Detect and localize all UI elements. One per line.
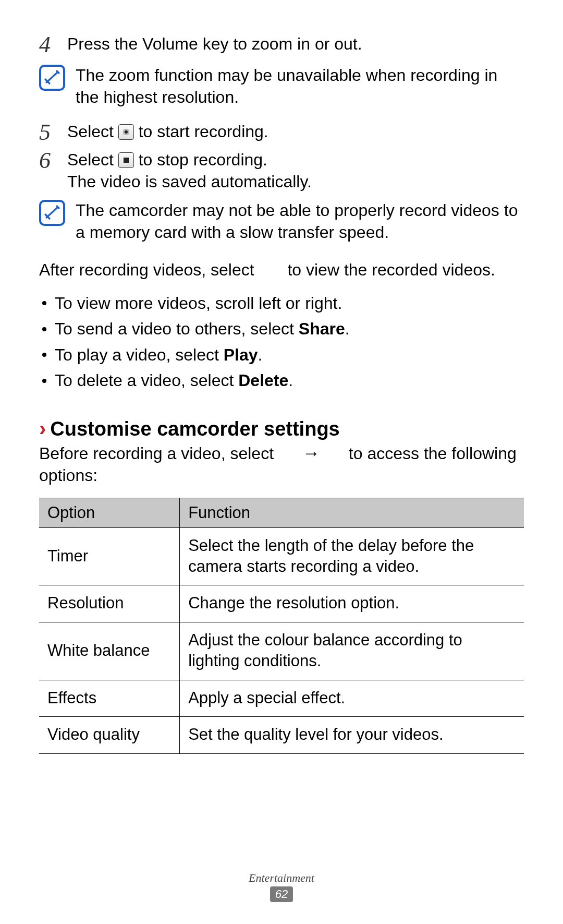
note-icon — [39, 200, 65, 226]
intro-paragraph: Before recording a video, select → to ac… — [39, 441, 524, 486]
step-number: 6 — [39, 148, 67, 173]
table-cell: Set the quality level for your videos. — [180, 717, 524, 754]
bold-label: Delete — [238, 371, 288, 390]
list-item: To view more videos, scroll left or righ… — [39, 291, 524, 317]
page-number-badge: 62 — [270, 886, 293, 902]
table-header-option: Option — [39, 498, 180, 528]
table-cell: Change the resolution option. — [180, 585, 524, 622]
table-cell: Resolution — [39, 585, 180, 622]
manual-page: 4 Press the Volume key to zoom in or out… — [0, 0, 563, 924]
text-fragment: Select — [67, 150, 118, 169]
stop-icon — [118, 152, 134, 168]
table-cell: Adjust the colour balance according to l… — [180, 622, 524, 680]
text-fragment: To delete a video, select — [55, 371, 238, 390]
after-recording-paragraph: After recording videos, select to view t… — [39, 259, 524, 281]
page-footer: Entertainment 62 — [0, 871, 563, 902]
subheading: Customise camcorder settings — [50, 418, 339, 440]
bold-label: Play — [224, 345, 258, 364]
table-cell: Select the length of the delay before th… — [180, 528, 524, 585]
record-icon — [118, 124, 134, 140]
list-item: To delete a video, select Delete. — [39, 368, 524, 394]
bullet-icon — [42, 301, 46, 305]
table-row: ResolutionChange the resolution option. — [39, 585, 524, 622]
text-fragment: to start recording. — [134, 122, 268, 141]
step-4: 4 Press the Volume key to zoom in or out… — [39, 32, 524, 57]
list-item: To play a video, select Play. — [39, 342, 524, 368]
table-header-function: Function — [180, 498, 524, 528]
text-fragment: To view more videos, scroll left or righ… — [55, 294, 342, 313]
options-table: Option Function TimerSelect the length o… — [39, 498, 524, 754]
note-text: The camcorder may not be able to properl… — [76, 200, 524, 243]
step-text: Press the Volume key to zoom in or out. — [67, 32, 524, 55]
table-row: TimerSelect the length of the delay befo… — [39, 528, 524, 585]
text-fragment: to view the recorded videos. — [283, 260, 495, 279]
subheading-row: › Customise camcorder settings — [39, 418, 524, 440]
table-row: White balanceAdjust the colour balance a… — [39, 622, 524, 680]
table-cell: Effects — [39, 680, 180, 717]
table-cell: Timer — [39, 528, 180, 585]
table-cell: Video quality — [39, 717, 180, 754]
arrow-icon: → — [298, 441, 324, 464]
note-icon — [39, 65, 65, 91]
chevron-icon: › — [39, 418, 46, 439]
text-fragment: After recording videos, select — [39, 260, 259, 279]
text-fragment: The video is saved automatically. — [67, 172, 312, 191]
bullet-icon — [42, 353, 46, 357]
text-fragment: . — [288, 371, 293, 390]
note-slow-card: The camcorder may not be able to properl… — [39, 200, 524, 243]
list-item: To send a video to others, select Share. — [39, 316, 524, 342]
table-row: Video qualitySet the quality level for y… — [39, 717, 524, 754]
footer-section-label: Entertainment — [0, 871, 563, 885]
note-text: The zoom function may be unavailable whe… — [76, 65, 524, 108]
step-text: Select to start recording. — [67, 120, 524, 143]
text-fragment: To play a video, select — [55, 345, 224, 364]
step-6: 6 Select to stop recording. The video is… — [39, 148, 524, 193]
text-fragment: Before recording a video, select — [39, 444, 278, 463]
table-header-row: Option Function — [39, 498, 524, 528]
step-text: Select to stop recording. The video is s… — [67, 148, 524, 193]
text-fragment: To send a video to others, select — [55, 319, 299, 338]
text-fragment: Select — [67, 122, 118, 141]
text-fragment: . — [258, 345, 263, 364]
text-fragment: to stop recording. — [134, 150, 267, 169]
bold-label: Share — [299, 319, 345, 338]
step-number: 4 — [39, 32, 67, 57]
note-zoom-unavailable: The zoom function may be unavailable whe… — [39, 65, 524, 108]
text-fragment: . — [345, 319, 350, 338]
bullet-icon — [42, 327, 46, 331]
table-cell: White balance — [39, 622, 180, 680]
step-5: 5 Select to start recording. — [39, 120, 524, 145]
table-row: EffectsApply a special effect. — [39, 680, 524, 717]
table-cell: Apply a special effect. — [180, 680, 524, 717]
bullet-icon — [42, 379, 46, 383]
step-number: 5 — [39, 120, 67, 145]
bullet-list: To view more videos, scroll left or righ… — [39, 291, 524, 394]
